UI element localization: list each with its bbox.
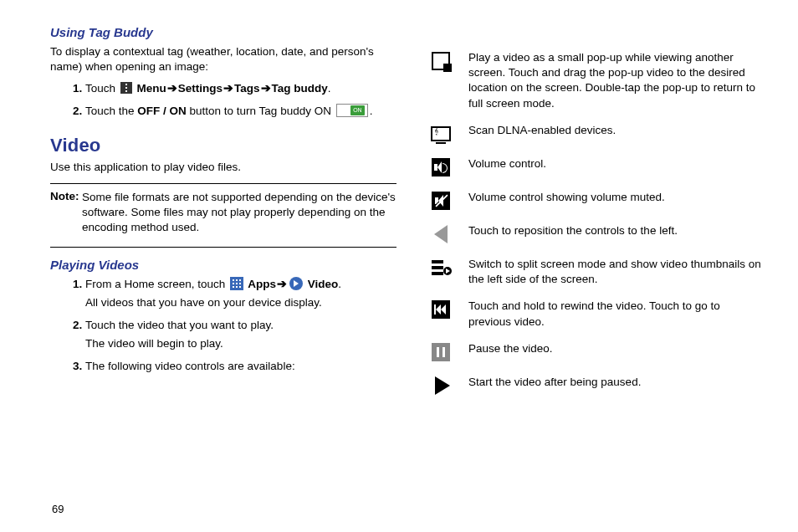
left-column: Using Tag Buddy To display a contextual … — [50, 25, 396, 408]
text-settings: Settings — [178, 82, 223, 95]
text: . — [328, 82, 331, 95]
tag-buddy-intro: To display a contextual tag (weather, lo… — [50, 44, 396, 74]
text: button to turn Tag buddy ON — [187, 105, 335, 117]
tag-buddy-step-1: Touch Menu ➔ Settings ➔ Tags ➔ Tag buddy… — [85, 81, 396, 97]
playing-step-2: Touch the video that you want to play. T… — [85, 318, 396, 352]
note-label: Note: — [50, 190, 79, 202]
video-intro: Use this application to play video files… — [50, 160, 396, 175]
note-body: Some file formats are not supported depe… — [82, 190, 396, 236]
text: Touch — [85, 82, 119, 95]
volume-icon — [430, 156, 452, 178]
text-menu: Menu — [134, 82, 166, 95]
tag-buddy-step-2: Touch the OFF / ON button to turn Tag bu… — [85, 104, 396, 120]
text: From a Home screen, touch — [85, 278, 228, 290]
rewind-previous-icon — [430, 299, 452, 320]
volume-muted-desc: Volume control showing volume muted. — [468, 190, 765, 205]
text: . — [338, 278, 341, 290]
rewind-desc: Touch and hold to rewind the video. Touc… — [468, 299, 765, 329]
tag-buddy-steps: Touch Menu ➔ Settings ➔ Tags ➔ Tag buddy… — [50, 81, 396, 120]
popup-play-icon — [430, 50, 452, 72]
volume-desc: Volume control. — [468, 156, 765, 171]
manual-page: Using Tag Buddy To display a contextual … — [0, 0, 798, 417]
arrow-icon: ➔ — [260, 81, 272, 97]
pause-desc: Pause the video. — [468, 341, 765, 356]
text: Touch the — [85, 105, 137, 117]
control-popup: Play a video as a small pop-up while vie… — [430, 50, 765, 111]
text: . — [370, 105, 373, 117]
heading-tag-buddy: Using Tag Buddy — [50, 25, 396, 39]
arrow-icon: ➔ — [166, 81, 178, 97]
heading-playing-videos: Playing Videos — [50, 258, 396, 272]
split-screen-icon — [430, 257, 452, 279]
control-volume-muted: Volume control showing volume muted. — [430, 190, 765, 212]
playing-step-1: From a Home screen, touch Apps ➔ Video. … — [85, 277, 396, 311]
control-pause: Pause the video. — [430, 341, 765, 363]
control-reposition: Touch to reposition the controls to the … — [430, 223, 765, 245]
text-offon: OFF / ON — [137, 105, 187, 117]
divider — [50, 247, 396, 248]
page-number: 69 — [52, 503, 64, 515]
menu-icon — [120, 82, 132, 94]
dlna-desc: Scan DLNA-enabled devices. — [468, 123, 765, 138]
dlna-scan-icon — [430, 123, 452, 145]
play-icon — [430, 375, 452, 396]
apps-grid-icon — [230, 277, 243, 290]
video-app-icon — [289, 277, 303, 290]
reposition-desc: Touch to reposition the controls to the … — [468, 223, 765, 238]
heading-video: Video — [50, 135, 396, 156]
reposition-left-icon — [430, 223, 452, 245]
control-play: Start the video after being paused. — [430, 375, 765, 396]
popup-desc: Play a video as a small pop-up while vie… — [468, 50, 765, 111]
playing-step-3: The following video controls are availab… — [85, 359, 396, 375]
control-volume: Volume control. — [430, 156, 765, 178]
playing-steps: From a Home screen, touch Apps ➔ Video. … — [50, 277, 396, 374]
right-column: Play a video as a small pop-up while vie… — [430, 25, 765, 408]
text: Touch the video that you want to play. — [85, 319, 274, 331]
step2-sub: The video will begin to play. — [85, 336, 396, 352]
note-block: Note: Some file formats are not supporte… — [50, 189, 396, 235]
play-desc: Start the video after being paused. — [468, 375, 765, 390]
text: The following video controls are availab… — [85, 360, 295, 372]
volume-muted-icon — [430, 190, 452, 212]
text-tagbuddy: Tag buddy — [272, 82, 328, 95]
divider — [50, 183, 396, 184]
control-split: Switch to split screen mode and show vid… — [430, 257, 765, 287]
text-tags: Tags — [234, 82, 260, 95]
control-rewind: Touch and hold to rewind the video. Touc… — [430, 299, 765, 329]
step1-sub: All videos that you have on your device … — [85, 295, 396, 311]
arrow-icon: ➔ — [276, 277, 288, 293]
text-video: Video — [304, 278, 338, 290]
text-apps: Apps — [245, 278, 276, 290]
on-switch-icon — [336, 104, 368, 117]
pause-icon — [430, 341, 452, 363]
split-desc: Switch to split screen mode and show vid… — [468, 257, 765, 287]
arrow-icon: ➔ — [223, 81, 234, 97]
control-dlna: Scan DLNA-enabled devices. — [430, 123, 765, 145]
